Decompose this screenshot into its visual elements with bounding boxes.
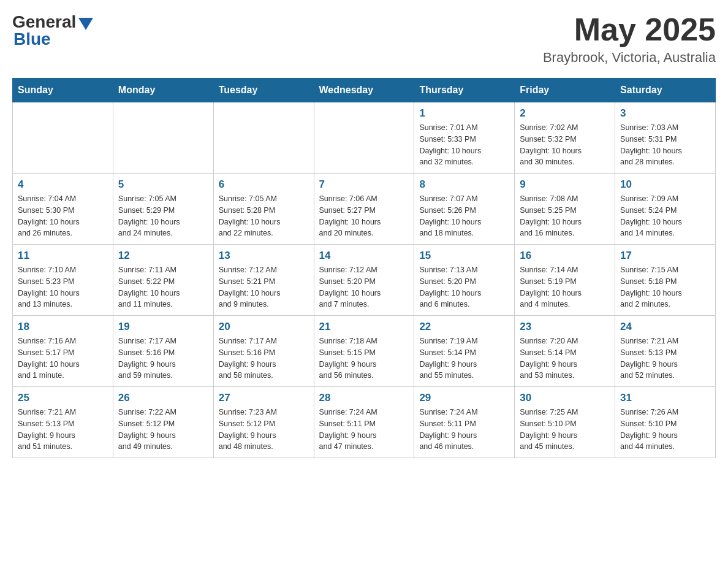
calendar-cell: 31Sunrise: 7:26 AMSunset: 5:10 PMDayligh… [615, 387, 716, 458]
calendar-cell: 8Sunrise: 7:07 AMSunset: 5:26 PMDaylight… [414, 174, 515, 245]
day-info: Sunrise: 7:01 AMSunset: 5:33 PMDaylight:… [419, 122, 509, 168]
calendar-cell: 19Sunrise: 7:17 AMSunset: 5:16 PMDayligh… [113, 316, 213, 387]
calendar-cell: 16Sunrise: 7:14 AMSunset: 5:19 PMDayligh… [515, 245, 615, 316]
calendar-cell: 13Sunrise: 7:12 AMSunset: 5:21 PMDayligh… [213, 245, 314, 316]
location-subtitle: Braybrook, Victoria, Australia [543, 50, 716, 66]
calendar-cell: 17Sunrise: 7:15 AMSunset: 5:18 PMDayligh… [615, 245, 716, 316]
day-number: 2 [520, 107, 610, 120]
calendar-cell: 2Sunrise: 7:02 AMSunset: 5:32 PMDaylight… [515, 102, 615, 174]
day-number: 11 [18, 250, 108, 262]
day-info: Sunrise: 7:15 AMSunset: 5:18 PMDaylight:… [620, 264, 710, 310]
day-number: 3 [620, 107, 710, 120]
day-number: 10 [620, 178, 710, 191]
calendar-cell: 12Sunrise: 7:11 AMSunset: 5:22 PMDayligh… [113, 245, 213, 316]
calendar-cell: 1Sunrise: 7:01 AMSunset: 5:33 PMDaylight… [414, 102, 515, 174]
day-number: 14 [319, 250, 409, 262]
calendar-cell [113, 102, 213, 174]
day-number: 20 [219, 321, 309, 333]
day-info: Sunrise: 7:17 AMSunset: 5:16 PMDaylight:… [118, 335, 208, 381]
day-info: Sunrise: 7:14 AMSunset: 5:19 PMDaylight:… [520, 264, 610, 310]
day-info: Sunrise: 7:17 AMSunset: 5:16 PMDaylight:… [219, 335, 309, 381]
day-info: Sunrise: 7:21 AMSunset: 5:13 PMDaylight:… [620, 335, 710, 381]
day-number: 30 [520, 392, 610, 404]
day-info: Sunrise: 7:26 AMSunset: 5:10 PMDaylight:… [620, 407, 710, 453]
calendar-cell: 10Sunrise: 7:09 AMSunset: 5:24 PMDayligh… [615, 174, 716, 245]
week-row-5: 25Sunrise: 7:21 AMSunset: 5:13 PMDayligh… [13, 387, 716, 458]
month-title: May 2025 [543, 12, 716, 47]
day-number: 22 [419, 321, 509, 333]
calendar-cell: 23Sunrise: 7:20 AMSunset: 5:14 PMDayligh… [515, 316, 615, 387]
day-number: 28 [319, 392, 409, 404]
day-info: Sunrise: 7:23 AMSunset: 5:12 PMDaylight:… [219, 407, 309, 453]
day-number: 6 [219, 178, 309, 191]
calendar-cell: 3Sunrise: 7:03 AMSunset: 5:31 PMDaylight… [615, 102, 716, 174]
day-number: 12 [118, 250, 208, 262]
day-info: Sunrise: 7:16 AMSunset: 5:17 PMDaylight:… [18, 335, 108, 381]
day-info: Sunrise: 7:12 AMSunset: 5:21 PMDaylight:… [219, 264, 309, 310]
day-info: Sunrise: 7:19 AMSunset: 5:14 PMDaylight:… [419, 335, 509, 381]
logo: General Blue [12, 12, 93, 49]
day-info: Sunrise: 7:18 AMSunset: 5:15 PMDaylight:… [319, 335, 409, 381]
day-number: 25 [18, 392, 108, 404]
day-info: Sunrise: 7:10 AMSunset: 5:23 PMDaylight:… [18, 264, 108, 310]
day-number: 15 [419, 250, 509, 262]
calendar-cell: 18Sunrise: 7:16 AMSunset: 5:17 PMDayligh… [13, 316, 113, 387]
day-info: Sunrise: 7:07 AMSunset: 5:26 PMDaylight:… [419, 193, 509, 239]
calendar-cell: 21Sunrise: 7:18 AMSunset: 5:15 PMDayligh… [314, 316, 414, 387]
calendar-cell: 20Sunrise: 7:17 AMSunset: 5:16 PMDayligh… [213, 316, 314, 387]
title-section: May 2025 Braybrook, Victoria, Australia [543, 12, 716, 66]
day-info: Sunrise: 7:24 AMSunset: 5:11 PMDaylight:… [319, 407, 409, 453]
week-row-2: 4Sunrise: 7:04 AMSunset: 5:30 PMDaylight… [13, 174, 716, 245]
calendar-header-monday: Monday [113, 79, 213, 102]
calendar-cell: 7Sunrise: 7:06 AMSunset: 5:27 PMDaylight… [314, 174, 414, 245]
day-number: 27 [219, 392, 309, 404]
calendar-header-thursday: Thursday [414, 79, 515, 102]
week-row-1: 1Sunrise: 7:01 AMSunset: 5:33 PMDaylight… [13, 102, 716, 174]
calendar-cell: 29Sunrise: 7:24 AMSunset: 5:11 PMDayligh… [414, 387, 515, 458]
calendar-cell: 14Sunrise: 7:12 AMSunset: 5:20 PMDayligh… [314, 245, 414, 316]
calendar-cell: 24Sunrise: 7:21 AMSunset: 5:13 PMDayligh… [615, 316, 716, 387]
day-number: 1 [419, 107, 509, 120]
day-number: 23 [520, 321, 610, 333]
calendar-cell: 15Sunrise: 7:13 AMSunset: 5:20 PMDayligh… [414, 245, 515, 316]
day-number: 17 [620, 250, 710, 262]
logo-triangle-icon [78, 18, 93, 30]
day-info: Sunrise: 7:09 AMSunset: 5:24 PMDaylight:… [620, 193, 710, 239]
logo-blue-text: Blue [13, 29, 51, 49]
calendar-cell: 9Sunrise: 7:08 AMSunset: 5:25 PMDaylight… [515, 174, 615, 245]
calendar-cell [13, 102, 113, 174]
calendar-cell: 27Sunrise: 7:23 AMSunset: 5:12 PMDayligh… [213, 387, 314, 458]
day-info: Sunrise: 7:25 AMSunset: 5:10 PMDaylight:… [520, 407, 610, 453]
calendar-header-wednesday: Wednesday [314, 79, 414, 102]
calendar-header-friday: Friday [515, 79, 615, 102]
day-number: 21 [319, 321, 409, 333]
calendar-cell: 28Sunrise: 7:24 AMSunset: 5:11 PMDayligh… [314, 387, 414, 458]
day-info: Sunrise: 7:05 AMSunset: 5:29 PMDaylight:… [118, 193, 208, 239]
week-row-4: 18Sunrise: 7:16 AMSunset: 5:17 PMDayligh… [13, 316, 716, 387]
day-info: Sunrise: 7:21 AMSunset: 5:13 PMDaylight:… [18, 407, 108, 453]
day-info: Sunrise: 7:13 AMSunset: 5:20 PMDaylight:… [419, 264, 509, 310]
day-number: 26 [118, 392, 208, 404]
calendar-cell: 5Sunrise: 7:05 AMSunset: 5:29 PMDaylight… [113, 174, 213, 245]
day-number: 18 [18, 321, 108, 333]
day-number: 31 [620, 392, 710, 404]
calendar-header-sunday: Sunday [13, 79, 113, 102]
day-info: Sunrise: 7:22 AMSunset: 5:12 PMDaylight:… [118, 407, 208, 453]
day-info: Sunrise: 7:04 AMSunset: 5:30 PMDaylight:… [18, 193, 108, 239]
day-number: 16 [520, 250, 610, 262]
page-header: General Blue May 2025 Braybrook, Victori… [12, 12, 716, 66]
day-info: Sunrise: 7:03 AMSunset: 5:31 PMDaylight:… [620, 122, 710, 168]
calendar-cell: 22Sunrise: 7:19 AMSunset: 5:14 PMDayligh… [414, 316, 515, 387]
day-number: 7 [319, 178, 409, 191]
calendar-cell: 6Sunrise: 7:05 AMSunset: 5:28 PMDaylight… [213, 174, 314, 245]
day-info: Sunrise: 7:24 AMSunset: 5:11 PMDaylight:… [419, 407, 509, 453]
day-number: 8 [419, 178, 509, 191]
calendar-cell: 30Sunrise: 7:25 AMSunset: 5:10 PMDayligh… [515, 387, 615, 458]
day-info: Sunrise: 7:20 AMSunset: 5:14 PMDaylight:… [520, 335, 610, 381]
calendar-cell: 4Sunrise: 7:04 AMSunset: 5:30 PMDaylight… [13, 174, 113, 245]
calendar-table: SundayMondayTuesdayWednesdayThursdayFrid… [12, 78, 716, 458]
day-number: 13 [219, 250, 309, 262]
week-row-3: 11Sunrise: 7:10 AMSunset: 5:23 PMDayligh… [13, 245, 716, 316]
calendar-header-saturday: Saturday [615, 79, 716, 102]
day-info: Sunrise: 7:11 AMSunset: 5:22 PMDaylight:… [118, 264, 208, 310]
